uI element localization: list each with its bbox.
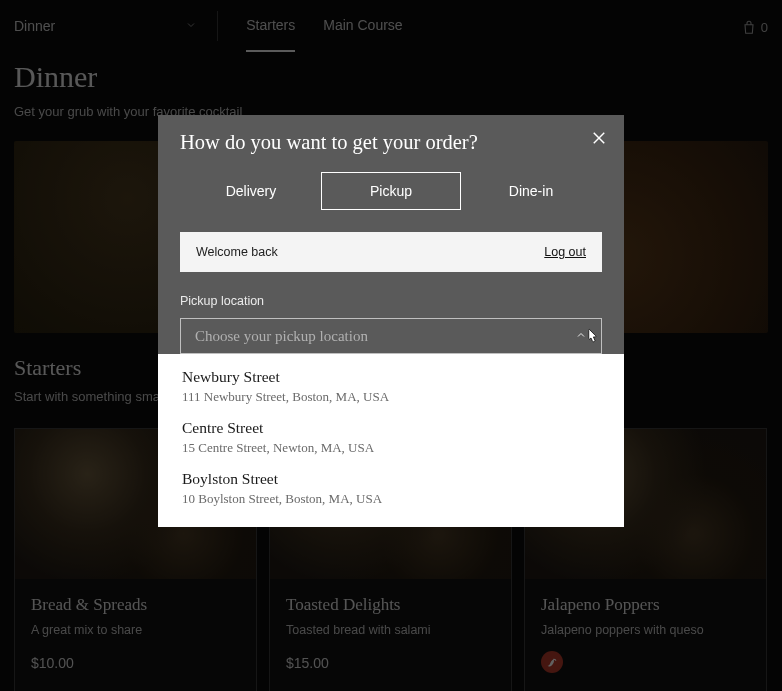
top-bar: Dinner Starters Main Course 0: [0, 0, 782, 52]
dish-description: A great mix to share: [31, 623, 240, 637]
tab-label: Delivery: [226, 183, 277, 199]
menu-category-dropdown[interactable]: Dinner: [14, 11, 218, 41]
location-option[interactable]: Newbury Street 111 Newbury Street, Bosto…: [182, 368, 600, 405]
bag-icon: [741, 20, 757, 39]
location-option[interactable]: Boylston Street 10 Boylston Street, Bost…: [182, 470, 600, 507]
location-name: Boylston Street: [182, 470, 600, 488]
location-address: 111 Newbury Street, Boston, MA, USA: [182, 389, 600, 405]
nav-tab-label: Starters: [246, 17, 295, 33]
welcome-banner: Welcome back Log out: [180, 232, 602, 272]
tab-pickup[interactable]: Pickup: [321, 172, 461, 210]
fulfillment-tabs: Delivery Pickup Dine-in: [180, 172, 602, 210]
tab-dine-in[interactable]: Dine-in: [461, 172, 601, 210]
logout-link[interactable]: Log out: [544, 245, 586, 259]
section-nav: Starters Main Course: [246, 0, 402, 52]
tab-label: Pickup: [370, 183, 412, 199]
close-button[interactable]: [590, 129, 608, 151]
dish-description: Jalapeno poppers with queso: [541, 623, 750, 637]
tab-label: Dine-in: [509, 183, 553, 199]
nav-tab-main-course[interactable]: Main Course: [323, 0, 402, 52]
nav-tab-starters[interactable]: Starters: [246, 0, 295, 52]
cart-count: 0: [761, 20, 768, 35]
dish-description: Toasted bread with salami: [286, 623, 495, 637]
dish-title: Jalapeno Poppers: [541, 595, 750, 615]
location-option[interactable]: Centre Street 15 Centre Street, Newton, …: [182, 419, 600, 456]
pickup-location-select[interactable]: Choose your pickup location: [180, 318, 602, 354]
location-address: 15 Centre Street, Newton, MA, USA: [182, 440, 600, 456]
menu-category-label: Dinner: [14, 18, 55, 34]
pickup-location-field: Choose your pickup location Newbury Stre…: [180, 318, 602, 354]
dish-title: Toasted Delights: [286, 595, 495, 615]
dish-price: $10.00: [31, 655, 240, 671]
select-placeholder: Choose your pickup location: [195, 328, 368, 345]
modal-title: How do you want to get your order?: [180, 131, 602, 154]
page-title: Dinner: [14, 60, 768, 94]
dish-price: $15.00: [286, 655, 495, 671]
location-name: Centre Street: [182, 419, 600, 437]
pickup-location-label: Pickup location: [180, 294, 602, 308]
pickup-location-dropdown: Newbury Street 111 Newbury Street, Bosto…: [158, 354, 624, 527]
dish-title: Bread & Spreads: [31, 595, 240, 615]
location-address: 10 Boylston Street, Boston, MA, USA: [182, 491, 600, 507]
cart-button[interactable]: 0: [741, 14, 768, 39]
order-method-modal: How do you want to get your order? Deliv…: [158, 115, 624, 354]
chevron-up-icon: [575, 328, 587, 345]
location-name: Newbury Street: [182, 368, 600, 386]
welcome-text: Welcome back: [196, 245, 278, 259]
nav-tab-label: Main Course: [323, 17, 402, 33]
spicy-icon: [541, 651, 563, 673]
chevron-down-icon: [185, 18, 197, 34]
tab-delivery[interactable]: Delivery: [181, 172, 321, 210]
